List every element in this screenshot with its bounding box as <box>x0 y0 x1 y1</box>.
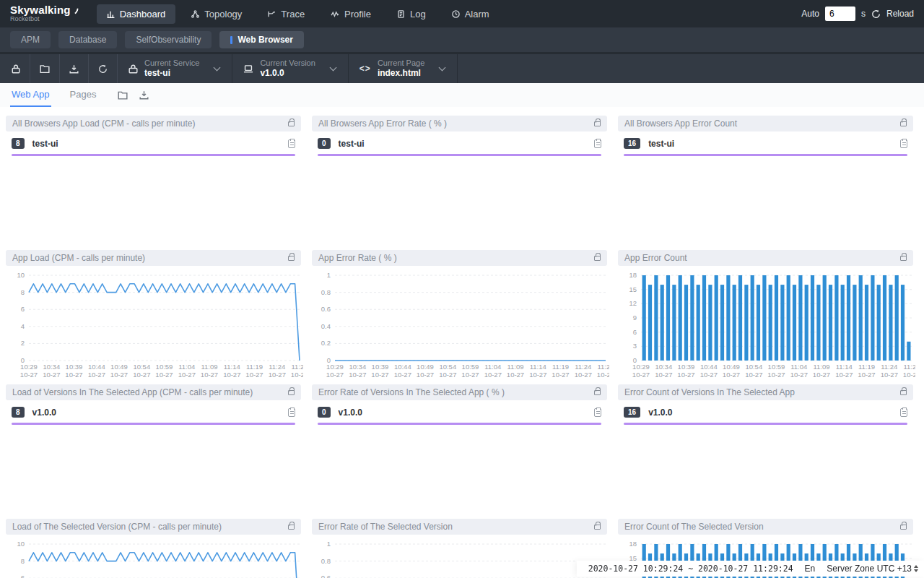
lock-icon[interactable] <box>900 525 907 530</box>
lock-icon[interactable] <box>288 121 295 126</box>
card-all-browsers-app-error-rate: All Browsers App Error Rate ( % ) 0 test… <box>310 116 609 249</box>
tab-web-app[interactable]: Web App <box>10 83 51 107</box>
copy-icon[interactable] <box>900 408 907 417</box>
item-progress-bar <box>318 154 601 156</box>
lock-icon[interactable] <box>900 390 907 395</box>
lock-icon <box>12 64 20 74</box>
current-page-selector[interactable]: <> Current Page index.html <box>349 54 458 83</box>
value-badge: 0 <box>318 407 331 418</box>
svg-text:11:19: 11:19 <box>246 363 263 371</box>
nav-item-dashboard[interactable]: Dashboard <box>97 4 176 24</box>
current-version-value: v1.0.0 <box>260 68 315 79</box>
nav-item-profile[interactable]: Profile <box>321 4 381 24</box>
language-toggle[interactable]: En <box>805 564 816 574</box>
time-range-picker[interactable]: 2020-10-27 10:29:24 ~ 2020-10-27 11:29:2… <box>588 564 793 574</box>
svg-text:9: 9 <box>633 314 637 322</box>
copy-icon[interactable] <box>594 408 601 417</box>
svg-text:10:49: 10:49 <box>110 363 128 371</box>
svg-text:10-27: 10-27 <box>291 371 303 379</box>
reload-icon[interactable] <box>871 9 881 19</box>
stepper-up-icon[interactable] <box>914 565 918 568</box>
svg-text:10-27: 10-27 <box>110 371 128 379</box>
svg-text:10:34: 10:34 <box>43 363 60 371</box>
subtab-apm[interactable]: APM <box>10 31 51 48</box>
card-all-browsers-app-load: All Browsers App Load (CPM - calls per m… <box>4 116 303 249</box>
list-item[interactable]: 8 v1.0.0 <box>4 400 303 423</box>
svg-text:11:24: 11:24 <box>881 363 897 371</box>
svg-text:0.6: 0.6 <box>321 305 331 313</box>
svg-text:10:29: 10:29 <box>632 363 650 371</box>
subtab-selfobservability[interactable]: SelfObservability <box>125 31 212 48</box>
service-icon <box>128 64 138 74</box>
list-item[interactable]: 0 v1.0.0 <box>310 400 609 423</box>
current-version-selector[interactable]: Current Version v1.0.0 <box>232 54 348 83</box>
lock-icon[interactable] <box>594 121 601 126</box>
lock-icon[interactable] <box>594 390 601 395</box>
subtab-web-browser[interactable]: Web Browser <box>219 31 303 48</box>
stepper-down-icon[interactable] <box>914 569 918 572</box>
nav-item-trace[interactable]: Trace <box>258 4 315 24</box>
lock-icon[interactable] <box>594 525 601 530</box>
copy-icon[interactable] <box>288 408 295 417</box>
list-item[interactable]: 16 test-ui <box>616 131 915 154</box>
folder-icon[interactable] <box>118 91 128 100</box>
lock-icon[interactable] <box>288 390 295 395</box>
card-title: Error Count of Versions In The Selected … <box>624 387 900 397</box>
logo-title: Skywalking <box>10 4 71 16</box>
server-zone-label: Server Zone UTC + <box>827 564 902 574</box>
lock-icon[interactable] <box>288 525 295 530</box>
svg-text:18: 18 <box>629 271 637 279</box>
lock-icon[interactable] <box>900 121 907 126</box>
svg-text:10-27: 10-27 <box>484 371 502 379</box>
svg-text:10-27: 10-27 <box>20 371 38 379</box>
navbar-right: Auto s Reload <box>801 7 924 21</box>
list-item[interactable]: 16 v1.0.0 <box>616 400 915 423</box>
server-zone-control: Server Zone UTC + 13 <box>827 564 918 574</box>
reload-label[interactable]: Reload <box>886 9 914 19</box>
nav-item-log[interactable]: Log <box>387 4 436 24</box>
sync-icon <box>98 64 108 74</box>
lock-icon[interactable] <box>900 256 907 261</box>
sync-templates-button[interactable] <box>89 54 118 83</box>
svg-text:11:04: 11:04 <box>484 363 501 371</box>
subtab-database[interactable]: Database <box>58 31 117 48</box>
value-badge: 16 <box>624 407 640 418</box>
current-page-label: Current Page <box>378 59 424 69</box>
item-label: v1.0.0 <box>648 407 672 418</box>
svg-text:10-27: 10-27 <box>155 371 173 379</box>
item-progress-bar <box>318 423 601 425</box>
copy-icon[interactable] <box>594 139 601 148</box>
download-icon[interactable] <box>139 90 149 100</box>
current-service-value: test-ui <box>144 68 199 79</box>
svg-text:0.8: 0.8 <box>321 288 331 296</box>
list-item[interactable]: 8 test-ui <box>4 131 303 154</box>
current-service-selector[interactable]: Current Service test-ui <box>118 54 232 83</box>
nav-item-alarm[interactable]: Alarm <box>442 4 500 24</box>
copy-icon[interactable] <box>288 139 295 148</box>
svg-text:10-27: 10-27 <box>65 371 82 379</box>
nav-item-topology[interactable]: Topology <box>181 4 252 24</box>
svg-text:10-27: 10-27 <box>552 371 569 379</box>
tab-pages[interactable]: Pages <box>69 83 98 107</box>
auto-interval-input[interactable] <box>825 7 855 21</box>
lock-template-button[interactable] <box>0 54 30 83</box>
list-item[interactable]: 0 test-ui <box>310 131 609 154</box>
card-load-of-versions: Load of Versions In The Selected App (CP… <box>4 384 303 517</box>
zone-stepper[interactable] <box>914 565 918 572</box>
svg-text:10:59: 10:59 <box>156 363 173 371</box>
svg-text:10-27: 10-27 <box>677 371 694 379</box>
svg-text:6: 6 <box>21 574 25 578</box>
copy-icon[interactable] <box>900 139 907 148</box>
svg-text:10-27: 10-27 <box>394 371 411 379</box>
topology-icon <box>191 10 199 18</box>
svg-text:3: 3 <box>633 342 637 350</box>
svg-text:11:24: 11:24 <box>269 363 285 371</box>
svg-text:10: 10 <box>17 540 25 548</box>
svg-text:10-27: 10-27 <box>326 371 344 379</box>
svg-text:11:24: 11:24 <box>575 363 591 371</box>
import-template-button[interactable] <box>30 54 60 83</box>
lock-icon[interactable] <box>288 256 295 261</box>
lock-icon[interactable] <box>594 256 601 261</box>
value-badge: 0 <box>318 138 331 149</box>
export-template-button[interactable] <box>60 54 89 83</box>
